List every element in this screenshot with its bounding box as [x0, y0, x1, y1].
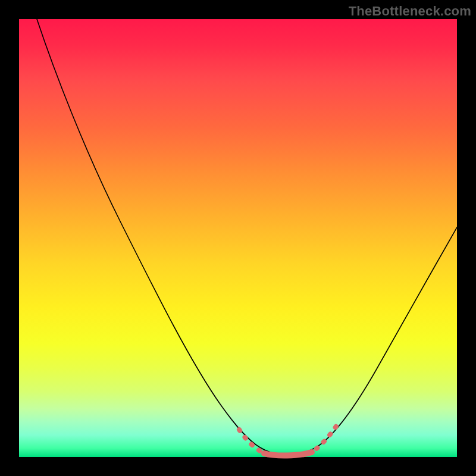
- chart-canvas: TheBottleneck.com: [0, 0, 476, 476]
- watermark-text: TheBottleneck.com: [349, 4, 471, 19]
- bottleneck-curve: [37, 19, 457, 455]
- curve-svg: [19, 19, 457, 457]
- plot-area: [19, 19, 457, 457]
- optimal-range-bottom-marker: [264, 452, 312, 456]
